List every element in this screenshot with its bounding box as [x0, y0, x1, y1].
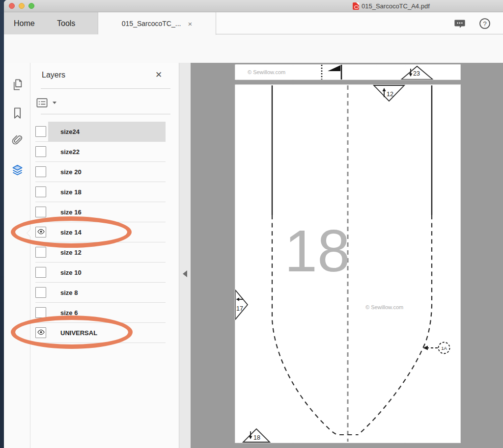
- layers-panel-title: Layers: [42, 71, 65, 79]
- layer-row[interactable]: size 14: [35, 222, 166, 242]
- page-thumbnails-icon[interactable]: [11, 78, 24, 91]
- close-panel-icon[interactable]: ✕: [155, 70, 162, 80]
- acrobat-window: 015_SarcocoTC_A4.pdf Home Tools 015_Sarc…: [4, 0, 503, 448]
- layer-list: size24 size22 size 20 size 18 size 16 si…: [35, 122, 166, 343]
- active-panel-notch: [27, 230, 30, 237]
- pdf-page-current: 12 17 18 © Sewillow.com 1A: [235, 84, 461, 443]
- layer-row[interactable]: size 8: [35, 283, 166, 303]
- pdf-page-previous: © Sewillow.com 23: [235, 64, 461, 80]
- document-canvas: © Sewillow.com 23: [191, 63, 503, 448]
- layer-label: size 12: [60, 249, 82, 256]
- nav-tabs-background: Home Tools: [4, 12, 98, 34]
- pattern-outline-right: [358, 215, 432, 435]
- notch-marker-1A: 1A: [423, 343, 450, 354]
- page-match-marker-18: 18: [243, 429, 270, 442]
- page-match-marker-23: 23: [401, 66, 433, 79]
- layer-options-button[interactable]: [35, 95, 64, 110]
- panel-collapse-strip: [179, 63, 191, 448]
- layer-visibility-checkbox[interactable]: [35, 166, 46, 177]
- document-tab-label: 015_SarcocoTC_...: [122, 20, 181, 27]
- watermark-text: © Sewillow.com: [248, 69, 285, 75]
- layer-row[interactable]: size24: [35, 122, 166, 142]
- page-match-marker-17: 17: [235, 290, 248, 319]
- layer-visibility-checkbox[interactable]: [35, 287, 46, 298]
- chevron-down-icon: [53, 102, 56, 104]
- zoom-window-button[interactable]: [28, 3, 34, 9]
- watermark-text: © Sewillow.com: [365, 304, 403, 310]
- match-number: 17: [236, 305, 243, 312]
- layer-row[interactable]: size 16: [35, 202, 166, 222]
- desktop-background: 015_SarcocoTC_A4.pdf Home Tools 015_Sarc…: [0, 0, 503, 448]
- close-tab-icon[interactable]: ×: [188, 20, 192, 28]
- layer-visibility-checkbox[interactable]: [35, 227, 46, 237]
- layer-row[interactable]: size 20: [35, 162, 166, 182]
- tab-bar: Home Tools 015_SarcocoTC_... × ?: [4, 12, 503, 34]
- layer-row[interactable]: size 10: [35, 263, 166, 283]
- layer-label: size 10: [60, 269, 82, 276]
- layer-visibility-checkbox[interactable]: [35, 186, 46, 197]
- layer-visibility-checkbox[interactable]: [35, 207, 46, 217]
- window-title-group: 015_SarcocoTC_A4.pdf: [353, 2, 430, 10]
- layer-label: size 14: [60, 229, 82, 236]
- bookmarks-icon[interactable]: [11, 106, 24, 120]
- page-match-marker-12: 12: [374, 85, 404, 101]
- pdf-file-icon: [353, 2, 359, 10]
- page-sheet-number: 18: [284, 218, 350, 284]
- tab-tools[interactable]: Tools: [57, 12, 75, 34]
- close-window-button[interactable]: [9, 3, 15, 9]
- match-number: 12: [387, 91, 393, 98]
- layer-label: UNIVERSAL: [60, 329, 97, 337]
- tab-document[interactable]: 015_SarcocoTC_... ×: [98, 12, 216, 35]
- layers-panel: Layers ✕ size24 size22 size 20: [30, 63, 179, 448]
- layer-label: size 8: [60, 289, 78, 296]
- layer-row[interactable]: size 12: [35, 242, 166, 263]
- layer-row[interactable]: UNIVERSAL: [35, 323, 166, 343]
- layer-visibility-checkbox[interactable]: [35, 247, 46, 258]
- pattern-flag-marker: [328, 65, 340, 71]
- layer-label: size 18: [60, 188, 82, 196]
- panel-separator: [41, 88, 170, 89]
- collapse-panel-icon[interactable]: [183, 270, 187, 277]
- navigation-pane-strip: [4, 63, 30, 448]
- layer-row[interactable]: size22: [35, 142, 166, 162]
- tab-home[interactable]: Home: [14, 12, 35, 34]
- window-title: 015_SarcocoTC_A4.pdf: [362, 2, 430, 10]
- panel-separator: [41, 114, 170, 114]
- layer-visibility-checkbox[interactable]: [35, 327, 46, 338]
- layer-label: size22: [60, 148, 80, 156]
- layer-visibility-checkbox[interactable]: [35, 146, 46, 157]
- match-number: 18: [253, 434, 260, 441]
- layer-label: size 20: [60, 168, 82, 176]
- notch-label: 1A: [441, 345, 447, 351]
- minimize-window-button[interactable]: [19, 3, 25, 9]
- layers-panel-header: Layers ✕: [30, 63, 179, 88]
- titlebar: 015_SarcocoTC_A4.pdf: [4, 0, 503, 12]
- layer-visibility-checkbox[interactable]: [35, 307, 46, 318]
- layer-row[interactable]: size 6: [35, 303, 166, 323]
- comments-icon[interactable]: [453, 17, 466, 30]
- layer-visibility-checkbox[interactable]: [35, 126, 46, 137]
- layer-label: size 6: [60, 309, 78, 316]
- layer-label: size24: [60, 128, 80, 135]
- attachments-icon[interactable]: [11, 134, 24, 147]
- layer-label: size 16: [60, 209, 82, 216]
- layers-panel-icon[interactable]: [11, 163, 24, 177]
- layer-row[interactable]: size 18: [35, 182, 166, 202]
- svg-text:?: ?: [483, 20, 487, 27]
- layer-visibility-checkbox[interactable]: [35, 267, 46, 278]
- match-number: 23: [413, 70, 420, 77]
- toolbar: / 24 50%: [4, 35, 503, 63]
- help-icon[interactable]: ?: [478, 17, 491, 30]
